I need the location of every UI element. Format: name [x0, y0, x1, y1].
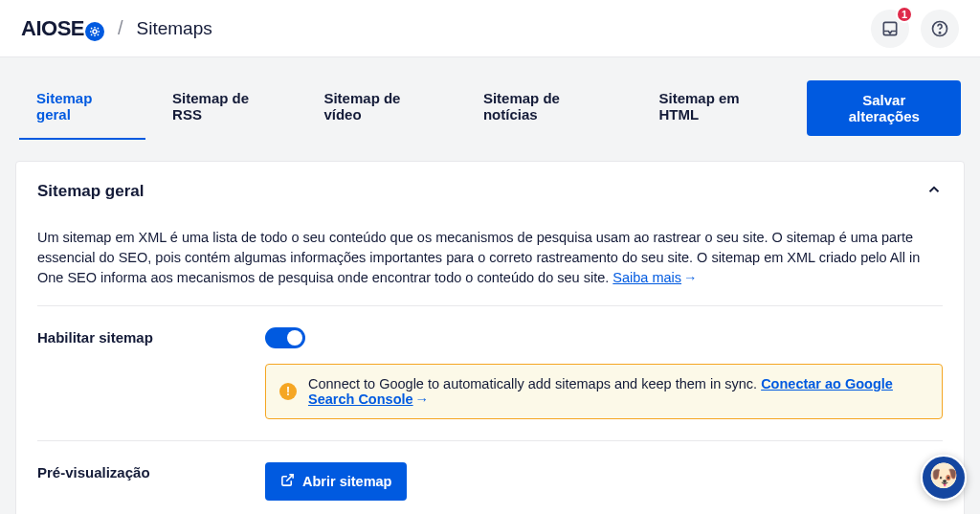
row-content-enable: ! Connect to Google to automatically add… [265, 327, 943, 419]
card-title: Sitemap geral [37, 182, 145, 201]
page-title: Sitemaps [137, 18, 212, 39]
brand-block: AIO SE / Sitemaps [21, 16, 212, 41]
notifications-button[interactable]: 1 [871, 10, 909, 48]
card-sitemap-geral: Sitemap geral Um sitemap em XML é uma li… [15, 161, 965, 514]
tab-sitemap-noticias[interactable]: Sitemap de notícias [466, 77, 633, 140]
google-connect-alert: ! Connect to Google to automatically add… [265, 364, 943, 419]
arrow-right-icon: → [415, 391, 430, 407]
save-button[interactable]: Salvar alterações [807, 80, 961, 136]
learn-more-link[interactable]: Saiba mais → [612, 270, 697, 285]
brand-suffix: SE [57, 16, 84, 41]
warning-icon: ! [279, 383, 297, 400]
tab-sitemap-rss[interactable]: Sitemap de RSS [155, 77, 297, 140]
tab-sitemap-video[interactable]: Sitemap de vídeo [306, 77, 456, 140]
tabs-row: Sitemap geral Sitemap de RSS Sitemap de … [15, 77, 965, 140]
card-description: Um sitemap em XML é uma lista de todo o … [37, 216, 943, 306]
learn-more-label: Saiba mais [612, 270, 681, 285]
top-bar: AIO SE / Sitemaps 1 [0, 0, 980, 57]
external-link-icon [280, 473, 295, 490]
row-preview: Pré-visualização Abrir sitemap Conteúdos… [37, 441, 943, 514]
tab-sitemap-html[interactable]: Sitemap em HTML [642, 77, 798, 140]
alert-text-wrap: Connect to Google to automatically add s… [308, 376, 928, 407]
svg-point-3 [939, 32, 940, 33]
row-label-enable: Habilitar sitemap [37, 327, 265, 419]
arrow-right-icon: → [683, 268, 698, 288]
card-header[interactable]: Sitemap geral [16, 162, 964, 216]
help-button[interactable] [921, 10, 959, 48]
row-enable-sitemap: Habilitar sitemap ! Connect to Google to… [37, 306, 943, 441]
open-sitemap-button[interactable]: Abrir sitemap [265, 462, 407, 501]
notification-badge: 1 [896, 6, 913, 23]
alert-text: Connect to Google to automatically add s… [308, 376, 761, 391]
card-description-text: Um sitemap em XML é uma lista de todo o … [37, 230, 920, 285]
open-sitemap-label: Abrir sitemap [302, 474, 391, 489]
svg-line-4 [286, 475, 293, 481]
brand-logo[interactable]: AIO SE [21, 16, 104, 41]
breadcrumb-separator: / [118, 17, 123, 39]
topbar-actions: 1 [871, 10, 959, 48]
enable-sitemap-toggle[interactable] [265, 327, 305, 348]
svg-point-0 [93, 30, 97, 34]
content-area: Sitemap geral Sitemap de RSS Sitemap de … [0, 57, 980, 514]
brand-prefix: AIO [21, 16, 57, 41]
card-body: Um sitemap em XML é uma lista de todo o … [16, 216, 964, 514]
row-content-preview: Abrir sitemap Conteúdos com noindex não … [265, 462, 943, 514]
tab-sitemap-geral[interactable]: Sitemap geral [19, 77, 145, 140]
row-label-preview: Pré-visualização [37, 462, 265, 514]
support-mascot-button[interactable]: 🐶 [921, 455, 967, 501]
gear-icon [85, 22, 104, 41]
chevron-up-icon [925, 181, 943, 201]
